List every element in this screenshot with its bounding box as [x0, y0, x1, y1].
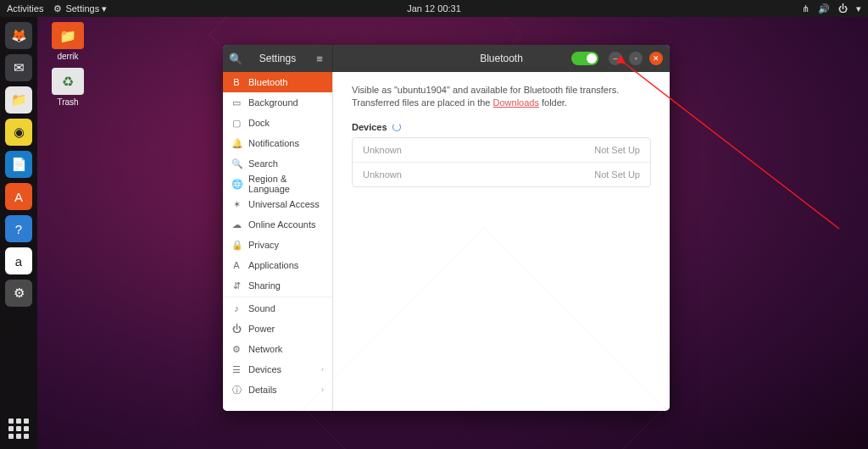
settings-sidebar: BBluetooth▭Background▢Dock🔔Notifications… [223, 72, 333, 411]
desktop-folder-derrik[interactable]: 📁 derrik [46, 22, 90, 61]
notifications-icon: 🔔 [231, 138, 242, 149]
firefox-icon[interactable]: 🦊 [5, 22, 32, 49]
device-name: Unknown [363, 169, 402, 180]
sidebar-item-label: Privacy [248, 240, 279, 250]
sidebar-item-notifications[interactable]: 🔔Notifications [223, 133, 332, 153]
sidebar-item-universal-access[interactable]: ✶Universal Access [223, 194, 332, 214]
sidebar-item-sharing[interactable]: ⇵Sharing [223, 275, 332, 296]
sidebar-item-region-language[interactable]: 🌐Region & Language [223, 174, 332, 194]
background-icon: ▭ [231, 97, 242, 108]
sidebar-item-online-accounts[interactable]: ☁Online Accounts [223, 214, 332, 235]
sidebar-item-label: Sharing [248, 280, 281, 291]
spinner-icon [392, 123, 401, 131]
sidebar-item-power[interactable]: ⏻Power [223, 319, 332, 339]
bluetooth-toggle[interactable] [571, 52, 598, 65]
sidebar-item-label: Background [248, 97, 298, 108]
window-maximize-button[interactable]: ▫ [629, 52, 643, 65]
device-name: Unknown [363, 145, 402, 155]
sidebar-item-sound[interactable]: ♪Sound [223, 298, 332, 319]
sidebar-item-label: Region & Language [248, 174, 324, 194]
appmenu-settings[interactable]: ⚙Settings ▾ [53, 3, 107, 14]
writer-icon[interactable]: 📄 [5, 151, 32, 178]
sidebar-item-dock[interactable]: ▢Dock [223, 113, 332, 133]
sidebar-item-label: Sound [248, 303, 275, 313]
device-list: UnknownNot Set UpUnknownNot Set Up [352, 137, 651, 187]
bluetooth-description: Visible as "ubuntu1904" and available fo… [352, 84, 651, 110]
details-icon: ⓘ [231, 384, 242, 396]
sidebar-item-applications[interactable]: AApplications [223, 255, 332, 275]
system-menu-chevron-icon[interactable]: ▾ [856, 3, 861, 14]
sidebar-item-label: Network [248, 344, 282, 354]
sidebar-item-label: Bluetooth [248, 77, 287, 87]
sidebar-item-bluetooth[interactable]: BBluetooth [223, 72, 332, 92]
device-row[interactable]: UnknownNot Set Up [353, 162, 650, 186]
hamburger-menu-icon[interactable]: ≡ [307, 45, 332, 72]
sidebar-item-devices[interactable]: ☰Devices› [223, 359, 332, 380]
search-icon: 🔍 [231, 158, 242, 169]
amazon-icon[interactable]: a [5, 247, 32, 274]
settings-window: 🔍 Settings ≡ Bluetooth – ▫ ✕ BBluetooth▭… [223, 45, 670, 411]
sidebar-item-label: Devices [248, 364, 281, 374]
device-status: Not Set Up [594, 145, 640, 155]
sidebar-item-label: Search [248, 158, 278, 169]
downloads-link[interactable]: Downloads [493, 97, 539, 108]
privacy-icon: 🔒 [231, 240, 242, 251]
applications-icon: A [231, 260, 242, 270]
volume-status-icon[interactable]: 🔊 [818, 3, 830, 14]
sidebar-item-label: Universal Access [248, 199, 320, 209]
sidebar-item-label: Dock [248, 118, 270, 128]
sidebar-title: Settings [248, 53, 307, 64]
window-titlebar: 🔍 Settings ≡ Bluetooth – ▫ ✕ [223, 45, 670, 72]
clock[interactable]: Jan 12 00:31 [0, 3, 868, 14]
dock-icon: ▢ [231, 118, 242, 129]
sidebar-item-search[interactable]: 🔍Search [223, 153, 332, 174]
devices-heading: Devices [352, 122, 387, 132]
sidebar-item-label: Details [248, 385, 277, 395]
sidebar-item-background[interactable]: ▭Background [223, 92, 332, 113]
sidebar-item-label: Notifications [248, 138, 299, 148]
software-icon[interactable]: A [5, 183, 32, 210]
network-status-icon[interactable]: ⋔ [802, 3, 810, 14]
online-accounts-icon: ☁ [231, 219, 242, 230]
chevron-right-icon: › [321, 365, 324, 374]
device-status: Not Set Up [594, 169, 640, 180]
universal-access-icon: ✶ [231, 199, 242, 210]
rhythmbox-icon[interactable]: ◉ [5, 119, 32, 146]
device-row[interactable]: UnknownNot Set Up [353, 138, 650, 162]
sidebar-item-label: Applications [248, 260, 298, 270]
sidebar-item-network[interactable]: ⚙Network [223, 339, 332, 359]
chevron-right-icon: › [321, 385, 324, 394]
sharing-icon: ⇵ [231, 280, 242, 291]
sidebar-item-privacy[interactable]: 🔒Privacy [223, 235, 332, 255]
devices-icon: ☰ [231, 364, 242, 375]
sound-icon: ♪ [231, 303, 242, 313]
bluetooth-panel: Visible as "ubuntu1904" and available fo… [333, 72, 670, 411]
sidebar-item-label: Online Accounts [248, 219, 316, 230]
thunderbird-icon[interactable]: ✉ [5, 54, 32, 81]
region-language-icon: 🌐 [231, 179, 242, 190]
files-icon[interactable]: 📁 [5, 86, 32, 114]
launcher-dock: 🦊✉📁◉📄A?a⚙ [0, 17, 37, 449]
sidebar-item-label: Power [248, 324, 275, 334]
window-minimize-button[interactable]: – [609, 52, 622, 65]
help-icon[interactable]: ? [5, 215, 32, 242]
network-icon: ⚙ [231, 344, 242, 355]
desktop-trash[interactable]: ♻ Trash [46, 68, 90, 107]
search-icon[interactable]: 🔍 [223, 45, 248, 72]
activities-button[interactable]: Activities [7, 3, 43, 14]
power-status-icon[interactable]: ⏻ [838, 3, 848, 14]
sidebar-item-details[interactable]: ⓘDetails› [223, 380, 332, 400]
settings-icon[interactable]: ⚙ [5, 280, 32, 307]
bluetooth-icon: B [231, 77, 242, 87]
power-icon: ⏻ [231, 324, 242, 334]
show-applications-icon[interactable] [7, 417, 31, 441]
window-close-button[interactable]: ✕ [649, 52, 663, 65]
